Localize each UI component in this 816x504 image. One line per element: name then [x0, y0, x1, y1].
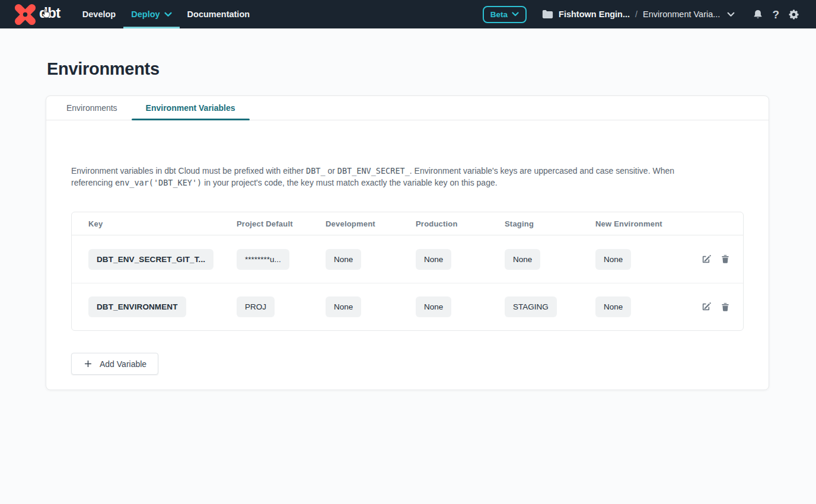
gear-icon	[788, 9, 799, 20]
settings-button[interactable]	[788, 9, 799, 20]
dbt-logo-icon	[14, 4, 36, 25]
dbt-logo-text: dbt	[39, 6, 60, 23]
edit-pencil-icon	[700, 301, 712, 313]
column-header-development: Development	[326, 219, 416, 228]
beta-label: Beta	[490, 10, 508, 19]
trash-icon	[720, 253, 731, 265]
project-default-value: ********u...	[237, 249, 289, 270]
new-environment-value: None	[595, 296, 631, 317]
row-actions	[700, 301, 731, 313]
development-value: None	[326, 296, 361, 317]
help-button[interactable]: ?	[772, 9, 779, 20]
add-variable-label: Add Variable	[100, 359, 146, 369]
development-value: None	[326, 249, 361, 270]
breadcrumb[interactable]: Fishtown Engin... / Environment Varia...	[542, 9, 735, 19]
row-actions	[700, 253, 731, 266]
breadcrumb-page[interactable]: Environment Varia...	[643, 9, 720, 19]
main-nav: Develop Deploy Documentation	[75, 0, 257, 28]
navbar-icon-group: ?	[753, 8, 799, 20]
project-default-value: PROJ	[237, 296, 275, 317]
navbar-right: Beta Fishtown Engin... / Environment Var…	[483, 6, 799, 23]
breadcrumb-project[interactable]: Fishtown Engin...	[559, 9, 630, 19]
delete-variable-button[interactable]	[720, 253, 731, 265]
dbt-logo[interactable]: dbt	[14, 4, 60, 25]
nav-item-documentation[interactable]: Documentation	[180, 0, 258, 28]
description-text: Environment variables in dbt Cloud must …	[71, 165, 688, 189]
column-header-staging: Staging	[505, 219, 595, 228]
question-mark-icon: ?	[772, 9, 779, 20]
variable-key-value: DBT_ENV_SECRET_GIT_T...	[88, 249, 213, 270]
nav-item-label: Deploy	[131, 9, 160, 19]
chevron-down-icon	[512, 12, 519, 17]
chevron-down-icon[interactable]	[727, 12, 735, 17]
beta-dropdown[interactable]: Beta	[483, 6, 527, 23]
staging-value: None	[505, 249, 540, 270]
page-title: Environments	[47, 59, 816, 79]
table-header-row: Key Project Default Development Producti…	[72, 212, 743, 235]
folder-icon	[542, 9, 553, 19]
tab-label: Environment Variables	[146, 103, 235, 113]
top-navbar: dbt Develop Deploy Documentation Beta	[0, 0, 816, 28]
new-environment-value: None	[595, 249, 631, 270]
column-header-new-environment: New Environment	[595, 219, 700, 228]
column-header-key: Key	[88, 219, 237, 228]
tab-label: Environments	[66, 103, 117, 113]
environment-variables-table: Key Project Default Development Producti…	[71, 212, 744, 331]
column-header-project-default: Project Default	[237, 219, 326, 228]
tab-bar: Environments Environment Variables	[46, 96, 769, 120]
nav-item-label: Develop	[82, 9, 116, 19]
edit-pencil-icon	[700, 253, 712, 266]
environments-card: Environments Environment Variables Envir…	[46, 95, 769, 390]
nav-item-deploy[interactable]: Deploy	[123, 0, 179, 28]
plus-icon	[83, 359, 93, 369]
production-value: None	[416, 296, 451, 317]
notifications-button[interactable]	[753, 8, 763, 20]
edit-variable-button[interactable]	[700, 253, 712, 266]
trash-icon	[720, 301, 731, 313]
column-header-production: Production	[416, 219, 505, 228]
active-nav-underline	[123, 27, 179, 28]
production-value: None	[416, 249, 451, 270]
chevron-down-icon	[164, 12, 172, 17]
add-variable-button[interactable]: Add Variable	[71, 353, 158, 375]
bell-icon	[753, 8, 763, 20]
tab-environment-variables[interactable]: Environment Variables	[132, 96, 250, 120]
staging-value: STAGING	[505, 296, 557, 317]
edit-variable-button[interactable]	[700, 301, 712, 313]
card-content: Environment variables in dbt Cloud must …	[46, 120, 769, 390]
nav-item-label: Documentation	[187, 9, 250, 19]
nav-item-develop[interactable]: Develop	[75, 0, 123, 28]
table-row: DBT_ENV_SECRET_GIT_T... ********u... Non…	[72, 235, 743, 283]
delete-variable-button[interactable]	[720, 301, 731, 313]
breadcrumb-separator: /	[635, 9, 638, 19]
tab-environments[interactable]: Environments	[52, 96, 132, 120]
table-row: DBT_ENVIRONMENT PROJ None None STAGING N…	[72, 283, 743, 330]
variable-key-value: DBT_ENVIRONMENT	[88, 296, 186, 317]
